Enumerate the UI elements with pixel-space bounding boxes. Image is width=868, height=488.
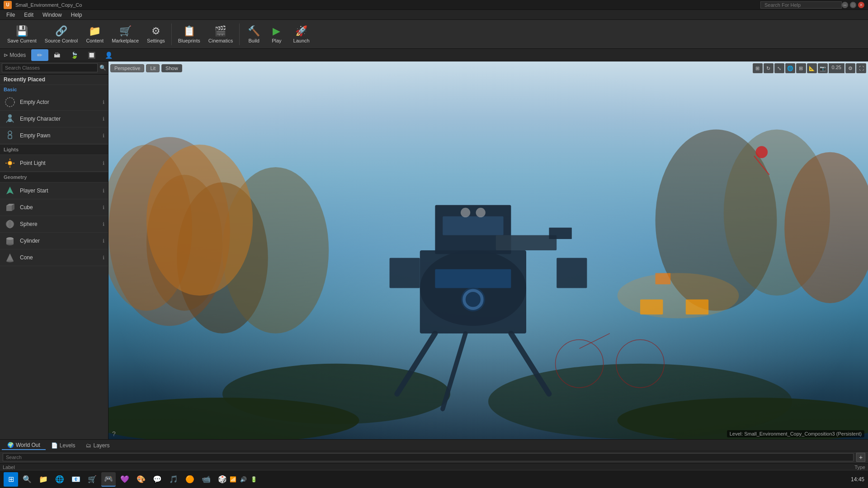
network-icon[interactable]: 📶 bbox=[230, 476, 236, 483]
mode-paint-button[interactable]: 👤 bbox=[100, 49, 117, 61]
source-control-button[interactable]: 🔗 Source Control bbox=[41, 23, 81, 45]
search-classes-input[interactable] bbox=[2, 63, 98, 72]
launch-button[interactable]: 🚀 Launch bbox=[288, 23, 315, 45]
marketplace-label: Marketplace bbox=[112, 38, 139, 43]
actor-empty-character-info[interactable]: ℹ bbox=[103, 116, 104, 122]
rotate-icon[interactable]: ↻ bbox=[764, 63, 774, 73]
snap-icon[interactable]: 📐 bbox=[807, 63, 817, 73]
close-button[interactable]: ✕ bbox=[858, 2, 864, 8]
recently-placed-label: Recently Placed bbox=[0, 75, 108, 85]
actor-cylinder-info[interactable]: ℹ bbox=[103, 238, 104, 244]
viewport-help-icon[interactable]: ? bbox=[112, 430, 116, 437]
outliner-search-input[interactable] bbox=[3, 453, 854, 461]
minimize-button[interactable]: ─ bbox=[842, 2, 848, 8]
actor-point-light-info[interactable]: ℹ bbox=[103, 160, 104, 166]
search-help-input[interactable] bbox=[760, 1, 842, 9]
menu-file[interactable]: File bbox=[2, 11, 19, 19]
content-button[interactable]: 📁 Content bbox=[82, 23, 107, 45]
mode-landscape-button[interactable]: 🏔 bbox=[48, 49, 66, 61]
blueprints-button[interactable]: 📋 Blueprints bbox=[175, 23, 204, 45]
category-basic[interactable]: Basic bbox=[0, 85, 108, 94]
tab-layers[interactable]: 🗂 Layers bbox=[80, 441, 115, 450]
actor-cone[interactable]: Cone ℹ bbox=[0, 249, 108, 266]
taskbar-browser-icon[interactable]: 🌐 bbox=[52, 472, 67, 487]
viewport[interactable]: Perspective Lit Show ⊞ ↻ ⤡ 🌐 ⊞ 📐 📷 0.25 … bbox=[108, 61, 868, 439]
actor-player-start[interactable]: Player Start ℹ bbox=[0, 183, 108, 199]
svg-point-0 bbox=[5, 98, 14, 107]
actor-point-light[interactable]: Point Light ℹ bbox=[0, 155, 108, 172]
viewport-options-icon[interactable]: ⚙ bbox=[845, 63, 855, 73]
battery-icon[interactable]: 🔋 bbox=[250, 476, 257, 483]
taskbar-photoshop-icon[interactable]: 🎨 bbox=[134, 472, 148, 487]
actor-sphere[interactable]: Sphere ℹ bbox=[0, 216, 108, 233]
cinematics-label: Cinematics bbox=[208, 38, 233, 43]
levels-icon: 📄 bbox=[51, 442, 58, 449]
scale-icon[interactable]: ⤡ bbox=[774, 63, 784, 73]
actor-point-light-label: Point Light bbox=[20, 160, 103, 166]
save-current-button[interactable]: 💾 Save Current bbox=[4, 23, 40, 45]
menu-window[interactable]: Window bbox=[38, 11, 66, 19]
taskbar-spotify-icon[interactable]: 🎵 bbox=[166, 472, 181, 487]
settings-button[interactable]: ⚙ Settings bbox=[143, 23, 169, 45]
mode-select-button[interactable]: ✏ bbox=[31, 49, 48, 61]
outliner-add-button[interactable]: + bbox=[856, 453, 865, 462]
mode-foliage-button[interactable]: 🍃 bbox=[66, 49, 83, 61]
clock-time: 14:45 bbox=[851, 476, 864, 483]
actor-sphere-info[interactable]: ℹ bbox=[103, 221, 104, 227]
taskbar-chrome-icon[interactable]: 🟠 bbox=[183, 472, 197, 487]
titlebar: U Small_Environment_Copy_Co ─ □ ✕ bbox=[0, 0, 868, 10]
empty-pawn-icon bbox=[4, 129, 16, 142]
svg-point-8 bbox=[9, 162, 11, 164]
play-button[interactable]: ▶ Play bbox=[266, 23, 287, 45]
taskbar-steam-icon[interactable]: 🎲 bbox=[215, 472, 230, 487]
tab-world-out[interactable]: 🌍 World Out bbox=[2, 441, 46, 450]
actor-cube[interactable]: Cube ℹ bbox=[0, 199, 108, 216]
actor-cylinder[interactable]: Cylinder ℹ bbox=[0, 233, 108, 249]
sphere-icon bbox=[4, 218, 16, 230]
layers-icon: 🗂 bbox=[86, 442, 91, 449]
actor-empty-pawn-info[interactable]: ℹ bbox=[103, 133, 104, 139]
modes-label[interactable]: ⊳ Modes bbox=[4, 52, 26, 58]
taskbar-obs-icon[interactable]: 📹 bbox=[199, 472, 213, 487]
sound-icon[interactable]: 🔊 bbox=[240, 476, 247, 483]
translate-icon[interactable]: ⊞ bbox=[753, 63, 763, 73]
build-button[interactable]: 🔨 Build bbox=[242, 23, 265, 45]
actor-empty-actor[interactable]: Empty Actor ℹ bbox=[0, 94, 108, 111]
taskbar-store-icon[interactable]: 🛒 bbox=[85, 472, 99, 487]
lit-button[interactable]: Lit bbox=[146, 64, 160, 72]
start-button[interactable]: ⊞ bbox=[4, 472, 18, 487]
taskbar-mail-icon[interactable]: 📧 bbox=[69, 472, 83, 487]
layers-label: Layers bbox=[93, 442, 109, 449]
menu-help[interactable]: Help bbox=[66, 11, 87, 19]
perspective-button[interactable]: Perspective bbox=[110, 64, 144, 72]
camera-icon[interactable]: 📷 bbox=[818, 63, 828, 73]
grid-icon[interactable]: ⊞ bbox=[796, 63, 806, 73]
taskbar-search-icon[interactable]: 🔍 bbox=[20, 472, 34, 487]
taskbar-clock[interactable]: 14:45 bbox=[851, 476, 864, 483]
world-icon[interactable]: 🌐 bbox=[785, 63, 795, 73]
taskbar-file-explorer-icon[interactable]: 📁 bbox=[36, 472, 51, 487]
taskbar-unreal-icon[interactable]: 🎮 bbox=[101, 472, 116, 487]
menu-edit[interactable]: Edit bbox=[19, 11, 38, 19]
show-button[interactable]: Show bbox=[161, 64, 182, 72]
actor-player-start-info[interactable]: ℹ bbox=[103, 188, 104, 194]
actor-cube-info[interactable]: ℹ bbox=[103, 205, 104, 211]
svg-point-17 bbox=[6, 220, 14, 228]
taskbar-discord-icon[interactable]: 💬 bbox=[150, 472, 165, 487]
maximize-button[interactable]: □ bbox=[850, 2, 856, 8]
taskbar-visual-studio-icon[interactable]: 💜 bbox=[118, 472, 132, 487]
actor-empty-character[interactable]: Empty Character ℹ bbox=[0, 111, 108, 127]
save-current-label: Save Current bbox=[7, 38, 37, 43]
svg-rect-6 bbox=[8, 135, 12, 139]
cinematics-button[interactable]: 🎬 Cinematics bbox=[205, 23, 236, 45]
actor-cone-info[interactable]: ℹ bbox=[103, 255, 104, 261]
fullscreen-icon[interactable]: ⛶ bbox=[856, 63, 866, 73]
source-control-icon: 🔗 bbox=[55, 25, 67, 37]
actor-empty-actor-label: Empty Actor bbox=[20, 99, 103, 105]
search-classes-icon[interactable]: 🔍 bbox=[99, 65, 106, 71]
marketplace-button[interactable]: 🛒 Marketplace bbox=[108, 23, 142, 45]
actor-empty-actor-info[interactable]: ℹ bbox=[103, 99, 104, 105]
actor-empty-pawn[interactable]: Empty Pawn ℹ bbox=[0, 127, 108, 144]
tab-levels[interactable]: 📄 Levels bbox=[46, 441, 81, 450]
mode-geometry-button[interactable]: 🔲 bbox=[83, 49, 100, 61]
